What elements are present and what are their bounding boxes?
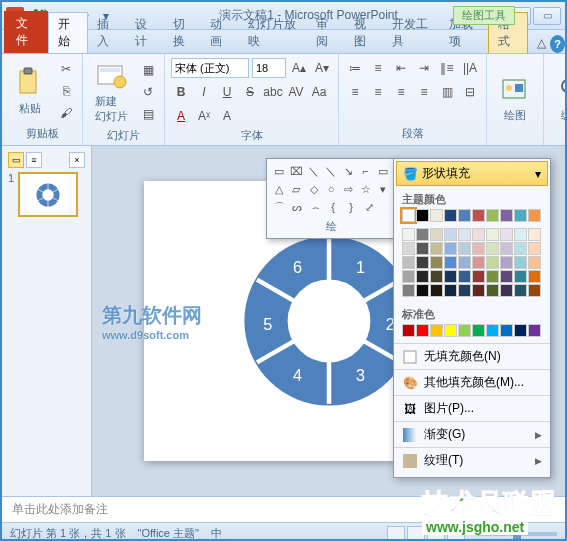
shape-fill-button[interactable]: 🪣 形状填充 ▾ <box>396 161 548 186</box>
no-fill-item[interactable]: 无填充颜色(N) <box>394 343 550 369</box>
shape-circle[interactable]: ○ <box>323 181 338 197</box>
help-icon[interactable]: ? <box>550 35 565 53</box>
zoom-slider[interactable] <box>477 532 557 536</box>
color-swatch[interactable] <box>500 284 513 297</box>
shape-rect2[interactable]: ▭ <box>376 163 391 179</box>
color-swatch[interactable] <box>416 209 429 222</box>
language-indicator[interactable]: 中 <box>211 526 222 541</box>
underline-button[interactable]: U <box>217 82 237 102</box>
color-swatch[interactable] <box>528 284 541 297</box>
color-swatch[interactable] <box>430 324 443 337</box>
line-spacing-icon[interactable]: ‖≡ <box>437 58 457 78</box>
tab-file[interactable]: 文件 <box>4 11 48 53</box>
tab-design[interactable]: 设计 <box>126 13 164 53</box>
thumb-tab-outline[interactable]: ≡ <box>26 152 42 168</box>
minimize-ribbon-icon[interactable]: △ <box>533 33 550 53</box>
color-swatch[interactable] <box>458 209 471 222</box>
color-swatch[interactable] <box>486 242 499 255</box>
color-swatch[interactable] <box>472 209 485 222</box>
color-swatch[interactable] <box>402 284 415 297</box>
color-swatch[interactable] <box>402 256 415 269</box>
align-left-icon[interactable]: ≡ <box>345 82 365 102</box>
color-swatch[interactable] <box>430 284 443 297</box>
color-swatch[interactable] <box>458 284 471 297</box>
color-swatch[interactable] <box>472 270 485 283</box>
color-swatch[interactable] <box>500 270 513 283</box>
color-swatch[interactable] <box>528 324 541 337</box>
color-swatch[interactable] <box>486 324 499 337</box>
shape-diamond[interactable]: ◇ <box>306 181 321 197</box>
color-swatch[interactable] <box>528 228 541 241</box>
shadow-button[interactable]: abc <box>263 82 283 102</box>
thumbnail-1[interactable]: 1 <box>8 172 85 217</box>
drawing-button[interactable]: 绘图 <box>493 72 537 125</box>
color-swatch[interactable] <box>444 256 457 269</box>
shape-curve[interactable]: ⌒ <box>271 199 287 215</box>
color-swatch[interactable] <box>528 256 541 269</box>
thumb-close-icon[interactable]: × <box>69 152 85 168</box>
highlight-icon[interactable]: A <box>217 106 237 126</box>
editing-button[interactable]: 编辑 <box>550 72 567 125</box>
normal-view-icon[interactable] <box>387 526 405 542</box>
shape-arrow-r[interactable]: ⇨ <box>341 181 356 197</box>
color-swatch[interactable] <box>472 228 485 241</box>
color-swatch[interactable] <box>472 242 485 255</box>
font-color-icon[interactable]: A <box>171 106 191 126</box>
color-swatch[interactable] <box>402 242 415 255</box>
color-swatch[interactable] <box>486 270 499 283</box>
shape-arc[interactable]: ⌢ <box>307 199 323 215</box>
tab-developer[interactable]: 开发工具 <box>383 13 441 53</box>
color-swatch[interactable] <box>416 242 429 255</box>
tab-view[interactable]: 视图 <box>345 13 383 53</box>
color-swatch[interactable] <box>458 228 471 241</box>
color-swatch[interactable] <box>458 242 471 255</box>
indent-inc-icon[interactable]: ⇥ <box>414 58 434 78</box>
shape-line2[interactable]: ＼ <box>323 163 338 179</box>
tab-animations[interactable]: 动画 <box>201 13 239 53</box>
copy-icon[interactable]: ⎘ <box>56 81 76 101</box>
color-swatch[interactable] <box>430 228 443 241</box>
new-slide-button[interactable]: 新建 幻灯片 <box>89 58 134 126</box>
color-swatch[interactable] <box>514 270 527 283</box>
align-text-icon[interactable]: ⊟ <box>460 82 480 102</box>
color-swatch[interactable] <box>528 242 541 255</box>
shape-textbox[interactable]: ⌧ <box>288 163 303 179</box>
shape-brace-l[interactable]: { <box>325 199 341 215</box>
color-swatch[interactable] <box>514 242 527 255</box>
color-swatch[interactable] <box>486 284 499 297</box>
paste-button[interactable]: 粘贴 <box>8 65 52 118</box>
shrink-font-icon[interactable]: A▾ <box>312 58 332 78</box>
color-swatch[interactable] <box>472 324 485 337</box>
color-swatch[interactable] <box>416 228 429 241</box>
reset-icon[interactable]: ↺ <box>138 82 158 102</box>
color-swatch[interactable] <box>444 270 457 283</box>
color-swatch[interactable] <box>444 209 457 222</box>
color-swatch[interactable] <box>528 270 541 283</box>
color-swatch[interactable] <box>472 256 485 269</box>
color-swatch[interactable] <box>402 270 415 283</box>
indent-dec-icon[interactable]: ⇤ <box>391 58 411 78</box>
tab-home[interactable]: 开始 <box>48 12 88 53</box>
tab-slideshow[interactable]: 幻灯片放映 <box>239 13 307 53</box>
justify-icon[interactable]: ≡ <box>414 82 434 102</box>
tab-transitions[interactable]: 切换 <box>164 13 202 53</box>
char-spacing-icon[interactable]: AV <box>286 82 306 102</box>
shape-rect3[interactable]: ▱ <box>288 181 303 197</box>
restore-button[interactable]: ▭ <box>533 7 561 25</box>
color-swatch[interactable] <box>514 284 527 297</box>
gradient-fill-item[interactable]: 渐变(G) ▶ <box>394 421 550 447</box>
texture-fill-item[interactable]: 纹理(T) ▶ <box>394 447 550 473</box>
color-swatch[interactable] <box>416 284 429 297</box>
grow-font-icon[interactable]: A▴ <box>289 58 309 78</box>
more-colors-item[interactable]: 🎨 其他填充颜色(M)... <box>394 369 550 395</box>
donut-smartart[interactable]: 1 2 3 4 5 6 <box>239 231 419 411</box>
font-size-select[interactable]: 18 <box>252 58 286 78</box>
bold-button[interactable]: B <box>171 82 191 102</box>
sorter-view-icon[interactable] <box>407 526 425 542</box>
color-swatch[interactable] <box>500 324 513 337</box>
color-swatch[interactable] <box>430 209 443 222</box>
shape-line[interactable]: ＼ <box>306 163 321 179</box>
align-right-icon[interactable]: ≡ <box>391 82 411 102</box>
shape-triangle[interactable]: △ <box>271 181 286 197</box>
notes-pane[interactable]: 单击此处添加备注 <box>2 496 565 522</box>
